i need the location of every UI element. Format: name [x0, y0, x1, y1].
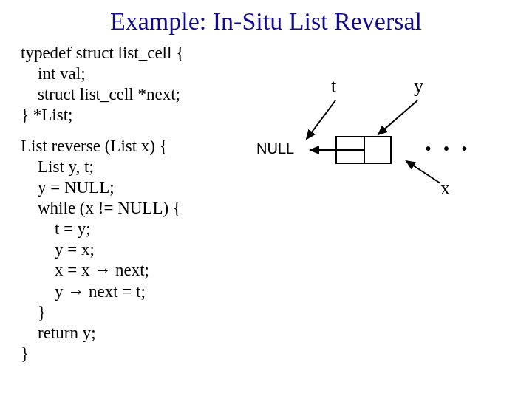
svg-line-3	[406, 161, 440, 183]
slide-title: Example: In-Situ List Reversal	[0, 0, 532, 41]
svg-line-1	[378, 100, 417, 134]
code-line: int val;	[21, 64, 86, 83]
svg-line-0	[307, 100, 335, 139]
code-line: return y;	[21, 324, 96, 342]
code-line: List reverse (List x) {	[21, 137, 168, 155]
code-line: }	[21, 344, 29, 363]
diagram: t y x NULL • • •	[266, 43, 517, 205]
code-line: typedef struct list_cell {	[21, 44, 184, 62]
code-line: struct list_cell *next;	[21, 85, 180, 103]
code-line: y = NULL;	[21, 178, 115, 197]
code-line: while (x != NULL) {	[21, 199, 181, 217]
code-line: }	[21, 303, 46, 321]
code-line: } *List;	[21, 106, 72, 124]
code-line: x = x → next;	[21, 261, 149, 279]
code-line: y → next = t;	[21, 282, 146, 301]
code-line: List y, t;	[21, 157, 94, 176]
diagram-arrows	[266, 43, 517, 205]
code-line: t = y;	[21, 219, 91, 238]
code-line: y = x;	[21, 240, 95, 259]
